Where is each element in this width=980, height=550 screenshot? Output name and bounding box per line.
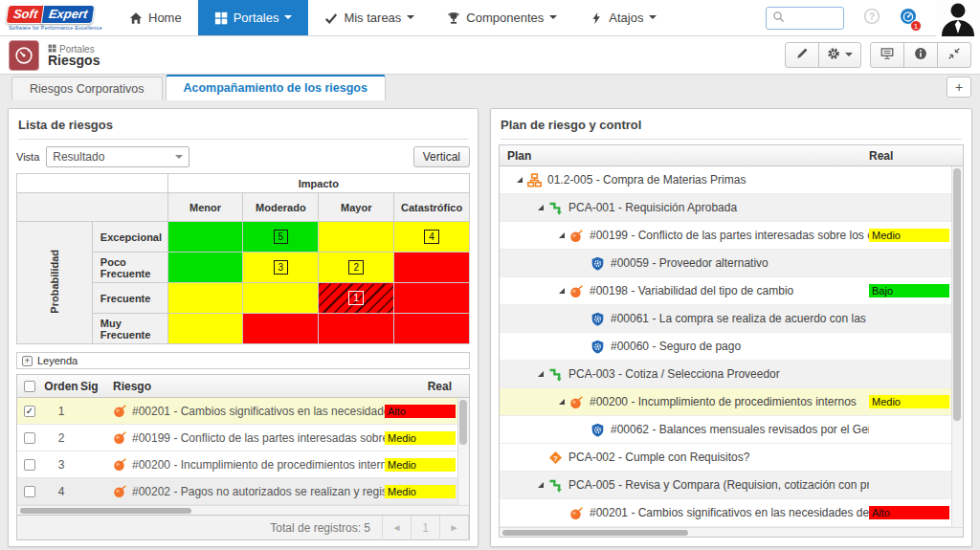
plan-tree-row[interactable]: #00060 - Seguro de pago (500, 333, 963, 361)
risk-table-row[interactable]: 2#00199 - Conflicto de las partes intere… (17, 425, 469, 451)
tab-acompañamiento-de-los-riesgos[interactable]: Acompañamiento de los riesgos (166, 75, 386, 100)
row-checkbox-checked[interactable]: ✓ (24, 406, 35, 417)
riesgo-column-header[interactable]: Riesgo (109, 380, 385, 393)
matrix-cell[interactable]: 2 (319, 253, 394, 283)
risk-table-row[interactable]: 3#00200 - Incumplimiento de procedimient… (17, 451, 469, 478)
plan-tree-row[interactable]: #00201 - Cambios significativos en las n… (500, 499, 963, 527)
info-button[interactable] (903, 42, 938, 68)
matrix-count-badge[interactable]: 1 (348, 291, 364, 305)
tree-expand-caret[interactable] (538, 205, 544, 210)
legend-toggle[interactable]: + Leyenda (16, 352, 470, 369)
scrollbar-thumb[interactable] (20, 508, 191, 514)
matrix-cell[interactable] (319, 314, 394, 344)
add-tab-button[interactable]: + (947, 77, 971, 98)
matrix-cell[interactable] (243, 283, 319, 314)
decision-icon: ? (548, 451, 563, 465)
pager-prev-button[interactable]: ◄ (383, 516, 412, 540)
risk-table-header: Orden Sig Riesgo Real (17, 375, 469, 398)
risk-table-row[interactable]: ✓1#00201 - Cambios significativos en las… (17, 398, 469, 425)
info-icon (914, 47, 927, 63)
risk-bomb-icon (113, 484, 127, 498)
matrix-cell[interactable] (167, 314, 243, 344)
plan-cell: PCA-005 - Revisa y Compara (Requision, c… (500, 478, 869, 493)
edit-button[interactable] (785, 42, 819, 68)
vertical-scrollbar[interactable] (951, 166, 963, 527)
tree-expand-caret[interactable] (517, 177, 523, 183)
plan-tree-row[interactable]: PCA-003 - Cotiza / Selecciona Proveedor (500, 361, 963, 388)
plan-tree-row[interactable]: #00199 - Conflicto de las partes interes… (500, 222, 963, 250)
nav-item-portales[interactable]: Portales (198, 0, 309, 35)
matrix-count-badge[interactable]: 5 (274, 230, 289, 244)
horizontal-scrollbar[interactable] (17, 505, 469, 515)
collapse-button[interactable] (937, 42, 971, 68)
portal-view-button[interactable] (870, 42, 904, 68)
tree-expand-caret[interactable] (559, 288, 565, 294)
plan-tree-row[interactable]: #00198 - Variabilidad del tipo de cambio… (500, 277, 963, 305)
select-all-checkbox[interactable] (24, 381, 35, 392)
matrix-cell[interactable] (394, 283, 470, 314)
plan-cell: #00201 - Cambios significativos en las n… (500, 506, 869, 520)
row-checkbox[interactable] (24, 459, 35, 471)
tab-riesgos-corporativos[interactable]: Riesgos Corporativos (11, 77, 163, 100)
risk-bomb-icon (113, 457, 127, 472)
nav-item-atajos[interactable]: Atajos (573, 0, 673, 35)
scrollbar-thumb[interactable] (953, 168, 961, 421)
matrix-cell[interactable] (167, 253, 243, 283)
tree-expand-caret[interactable] (538, 482, 544, 488)
matrix-cell[interactable] (394, 253, 470, 283)
real-column-header[interactable]: Real (869, 149, 951, 163)
sig-column-header[interactable]: Sig (80, 380, 109, 393)
user-avatar[interactable] (936, 0, 980, 36)
pager: ◄ 1 ► (382, 516, 469, 540)
plan-tree-row[interactable]: PCA-001 - Requisición Aprobada (500, 194, 963, 222)
horizontal-scrollbar[interactable] (500, 527, 963, 537)
plan-tree-row[interactable]: #00059 - Proveedor alternativo (500, 250, 963, 277)
matrix-cell[interactable] (167, 283, 243, 314)
matrix-count-badge[interactable]: 4 (424, 230, 439, 244)
tab-bar: Riesgos CorporativosAcompañamiento de lo… (0, 75, 980, 100)
row-checkbox[interactable] (24, 432, 35, 444)
risk-icon (569, 229, 584, 243)
matrix-cell[interactable] (243, 314, 319, 344)
matrix-cell[interactable]: 5 (243, 222, 319, 253)
notifications-icon[interactable]: 1 (900, 8, 917, 28)
matrix-cell[interactable]: 3 (243, 253, 319, 283)
vista-select[interactable]: Resultado (46, 146, 189, 167)
scrollbar-thumb[interactable] (459, 400, 467, 445)
matrix-cell[interactable] (394, 314, 470, 344)
tree-expand-caret[interactable] (559, 232, 565, 238)
nav-item-home[interactable]: Home (113, 0, 198, 35)
riesgo-cell: #00201 - Cambios significativos en las n… (109, 404, 385, 418)
nav-item-componentes[interactable]: Componentes (431, 0, 573, 35)
nav-item-mis-tareas[interactable]: Mis tareas (308, 0, 431, 35)
matrix-count-badge[interactable]: 3 (274, 260, 289, 275)
plan-tree-row[interactable]: #00062 - Balances mensuales revisados po… (500, 416, 963, 444)
matrix-cell[interactable] (319, 222, 394, 253)
matrix-cell[interactable]: 1 (319, 283, 394, 314)
matrix-count-badge[interactable]: 2 (348, 260, 364, 275)
row-checkbox[interactable] (24, 486, 35, 497)
tree-expand-caret[interactable] (538, 371, 544, 377)
real-column-header[interactable]: Real (385, 380, 457, 393)
help-icon[interactable]: ? (863, 8, 880, 28)
plan-tree-row[interactable]: ?PCA-002 - Cumple con Requisitos? (500, 444, 963, 472)
settings-button[interactable] (818, 42, 861, 68)
scrollbar-thumb[interactable] (502, 530, 688, 536)
plan-tree-row[interactable]: #00200 - Incumplimiento de procedimiento… (500, 388, 963, 416)
search-input[interactable] (789, 11, 837, 25)
matrix-cell[interactable]: 4 (394, 222, 470, 253)
vertical-scrollbar[interactable] (457, 398, 469, 505)
orden-column-header[interactable]: Orden (42, 380, 80, 393)
plan-tree-row[interactable]: PCA-005 - Revisa y Compara (Requision, c… (500, 472, 963, 499)
tree-expand-caret[interactable] (559, 399, 565, 405)
pager-next-button[interactable]: ► (440, 516, 469, 540)
top-navbar: Soft Expert Software for Performance Exc… (0, 0, 980, 36)
severity-badge: Alto (385, 405, 456, 418)
plan-tree-row[interactable]: #00061 - La compra se realiza de acuerdo… (500, 305, 963, 333)
risk-table-row[interactable]: 4#00202 - Pagos no autorizados se realiz… (17, 478, 469, 505)
matrix-cell[interactable] (167, 222, 243, 253)
plan-tree-row[interactable]: 01.2-005 - Compra de Materias Primas (500, 166, 963, 194)
vertical-button[interactable]: Vertical (413, 146, 470, 167)
softexpert-logo[interactable]: Soft Expert Software for Performance Exc… (0, 0, 103, 35)
plan-column-header[interactable]: Plan (500, 149, 869, 163)
